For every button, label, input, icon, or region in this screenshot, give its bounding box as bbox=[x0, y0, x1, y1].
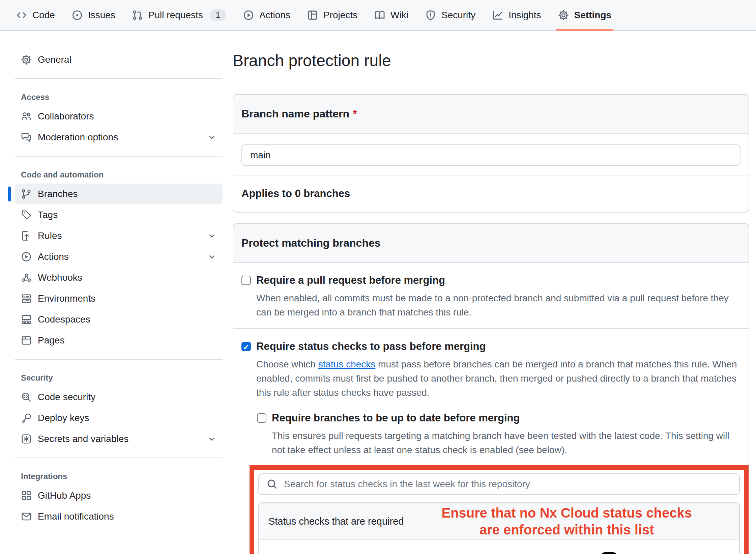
browser-icon bbox=[21, 335, 32, 346]
book-icon bbox=[374, 10, 385, 21]
chevron-down-icon[interactable] bbox=[207, 231, 216, 241]
git-pull-request-icon bbox=[132, 10, 143, 21]
sidebar-item-label: Collaborators bbox=[38, 111, 94, 122]
sidebar-section-title-access: Access bbox=[15, 87, 223, 106]
rule-require-pull-request: Require a pull request before merging Wh… bbox=[233, 263, 749, 328]
sidebar-item-webhooks[interactable]: Webhooks bbox=[15, 267, 223, 288]
status-checks-link[interactable]: status checks bbox=[318, 359, 376, 369]
status-check-row: main GitHub Actions ▾ × bbox=[259, 540, 739, 554]
status-checks-search-input[interactable] bbox=[258, 473, 740, 495]
tab-label: Issues bbox=[88, 10, 115, 21]
shield-icon bbox=[425, 10, 436, 21]
sidebar-item-label: Rules bbox=[38, 230, 62, 241]
git-branch-icon bbox=[21, 189, 32, 199]
gear-icon bbox=[558, 10, 569, 21]
require-status-checks-label: Require status checks to pass before mer… bbox=[256, 340, 486, 353]
people-icon bbox=[21, 111, 32, 122]
require-up-to-date-description: This ensures pull requests targeting a m… bbox=[272, 429, 740, 457]
sidebar-item-moderation-options[interactable]: Moderation options bbox=[15, 127, 223, 148]
chevron-down-icon[interactable] bbox=[207, 252, 216, 261]
sidebar-item-environments[interactable]: Environments bbox=[15, 288, 223, 309]
chevron-down-icon[interactable] bbox=[207, 434, 216, 444]
require-status-checks-checkbox[interactable] bbox=[241, 342, 251, 351]
sidebar-item-collaborators[interactable]: Collaborators bbox=[15, 106, 223, 127]
sidebar-divider bbox=[15, 359, 223, 360]
protect-matching-branches-card: Protect matching branches Require a pull… bbox=[233, 223, 749, 554]
repo-tab-nav: Code Issues Pull requests 1 Actions Proj… bbox=[0, 0, 756, 31]
tab-issues[interactable]: Issues bbox=[64, 0, 123, 30]
sidebar-item-pages[interactable]: Pages bbox=[15, 330, 223, 351]
tab-wiki[interactable]: Wiki bbox=[367, 0, 416, 30]
rules-icon bbox=[21, 230, 32, 241]
tab-projects[interactable]: Projects bbox=[300, 0, 365, 30]
sidebar-divider bbox=[15, 156, 223, 157]
sidebar-item-codespaces[interactable]: Codespaces bbox=[15, 309, 223, 330]
sidebar-item-github-apps[interactable]: GitHub Apps bbox=[15, 485, 223, 506]
annotation-line-2: are enforced within this list bbox=[479, 522, 654, 537]
chevron-down-icon[interactable] bbox=[207, 133, 216, 142]
sidebar-item-tags[interactable]: Tags bbox=[15, 204, 223, 225]
tab-settings[interactable]: Settings bbox=[551, 0, 619, 30]
sidebar-divider bbox=[15, 78, 223, 79]
sidebar-item-rules[interactable]: Rules bbox=[15, 225, 223, 246]
sidebar-section-title-integrations: Integrations bbox=[15, 466, 223, 485]
sidebar-item-label: Tags bbox=[38, 210, 58, 220]
sidebar-item-email-notifications[interactable]: Email notifications bbox=[15, 506, 223, 527]
sidebar-item-general[interactable]: General bbox=[15, 49, 223, 70]
rule-require-status-checks: Require status checks to pass before mer… bbox=[233, 328, 749, 554]
branch-name-pattern-input[interactable] bbox=[241, 144, 740, 166]
play-circle-icon bbox=[21, 251, 32, 262]
sidebar-item-code-security[interactable]: Code security bbox=[15, 387, 223, 408]
sidebar-item-label: Secrets and variables bbox=[38, 434, 128, 444]
play-circle-icon bbox=[243, 10, 254, 21]
mail-icon bbox=[21, 511, 32, 522]
rule-require-up-to-date: Require branches to be up to date before… bbox=[257, 411, 740, 457]
require-pull-request-description: When enabled, all commits must be made t… bbox=[256, 291, 740, 320]
sidebar-item-label: Webhooks bbox=[38, 272, 82, 283]
sidebar-item-label: Pages bbox=[38, 335, 64, 346]
apps-grid-icon bbox=[21, 490, 32, 501]
require-up-to-date-checkbox[interactable] bbox=[257, 413, 266, 423]
sidebar-item-label: Deploy keys bbox=[38, 413, 89, 423]
asterisk-box-icon bbox=[21, 434, 32, 444]
tab-security[interactable]: Security bbox=[418, 0, 483, 30]
sidebar-section-title-code-automation: Code and automation bbox=[15, 165, 223, 184]
sidebar-item-label: Branches bbox=[38, 189, 78, 199]
pull-requests-count-badge: 1 bbox=[210, 9, 226, 21]
sidebar-item-branches[interactable]: Branches bbox=[15, 184, 223, 204]
require-status-checks-description: Choose which status checks must pass bef… bbox=[256, 357, 740, 400]
tab-label: Insights bbox=[508, 10, 541, 21]
sidebar-item-label: Email notifications bbox=[38, 511, 114, 522]
table-icon bbox=[307, 10, 318, 21]
tab-label: Settings bbox=[574, 10, 611, 21]
sidebar-item-actions[interactable]: Actions bbox=[15, 246, 223, 267]
branch-name-pattern-label: Branch name pattern bbox=[241, 108, 349, 120]
tab-label: Actions bbox=[259, 10, 290, 21]
sidebar-item-label: Actions bbox=[38, 251, 69, 262]
tab-label: Projects bbox=[323, 10, 357, 21]
code-scan-icon bbox=[21, 392, 32, 403]
tab-label: Pull requests bbox=[148, 10, 203, 21]
require-pull-request-checkbox[interactable] bbox=[241, 276, 251, 285]
sidebar-item-secrets-variables[interactable]: Secrets and variables bbox=[15, 428, 223, 449]
sidebar-item-label: General bbox=[38, 54, 71, 65]
tab-label: Security bbox=[441, 10, 475, 21]
sidebar-item-deploy-keys[interactable]: Deploy keys bbox=[15, 408, 223, 428]
tab-label: Wiki bbox=[390, 10, 408, 21]
settings-sidebar: General Access Collaborators Moderation … bbox=[15, 49, 223, 554]
required-status-checks-panel: Status checks that are required Ensure t… bbox=[258, 502, 740, 554]
annotation-highlight-box: Status checks that are required Ensure t… bbox=[250, 465, 749, 554]
required-status-checks-header: Status checks that are required Ensure t… bbox=[259, 503, 739, 540]
sidebar-item-label: Code security bbox=[38, 392, 95, 403]
sidebar-divider bbox=[15, 458, 223, 458]
tab-code[interactable]: Code bbox=[9, 0, 62, 30]
branch-name-pattern-header: Branch name pattern* bbox=[233, 95, 749, 134]
webhook-icon bbox=[21, 272, 32, 283]
tab-actions[interactable]: Actions bbox=[236, 0, 298, 30]
tab-insights[interactable]: Insights bbox=[485, 0, 549, 30]
page-title: Branch protection rule bbox=[233, 51, 749, 83]
branch-protection-main: Branch protection rule Branch name patte… bbox=[233, 49, 749, 554]
tab-pull-requests[interactable]: Pull requests 1 bbox=[125, 0, 234, 30]
sidebar-item-label: Environments bbox=[38, 293, 95, 304]
codespaces-icon bbox=[21, 314, 32, 325]
